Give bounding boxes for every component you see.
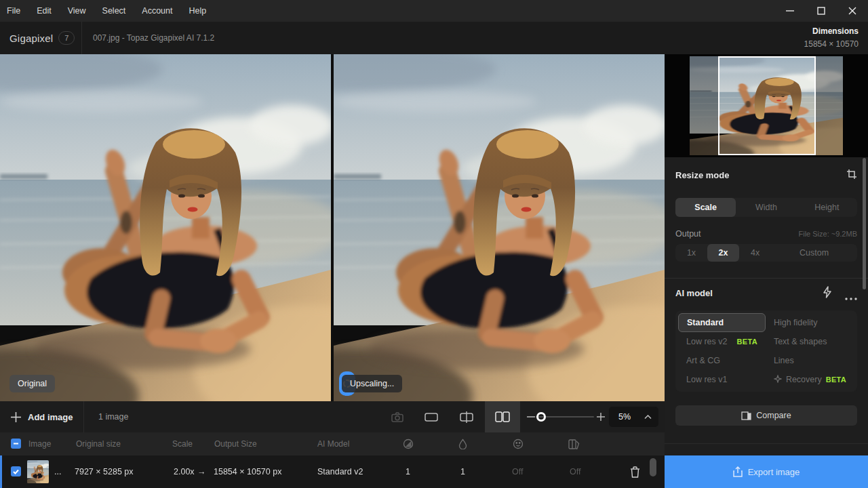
scale-options: 1x 2x 4x Custom	[675, 244, 857, 262]
queue-scrollbar[interactable]	[650, 458, 656, 476]
output-label: Output	[675, 229, 701, 239]
model-text-shapes[interactable]: Text & shapes	[766, 332, 854, 351]
indeterminate-icon	[13, 441, 19, 447]
model-low-res-v1[interactable]: Low res v1	[678, 370, 766, 389]
compare-button[interactable]: Compare	[675, 405, 857, 426]
model-lines[interactable]: Lines	[766, 351, 854, 370]
arrow-icon: →	[197, 455, 206, 488]
row-original-size: 7927 × 5285 px	[75, 455, 134, 488]
toolbar-divider	[83, 401, 84, 432]
document-title: 007.jpg - Topaz Gigapixel AI 7.1.2	[93, 22, 214, 54]
model-high-fidelity[interactable]: High fidelity	[766, 313, 854, 332]
queue-row[interactable]: ... 7927 × 5285 px 2.00x → 15854 × 10570…	[0, 455, 665, 488]
compare-icon	[741, 411, 751, 420]
maximize-icon	[816, 6, 826, 16]
tab-height[interactable]: Height	[797, 198, 857, 217]
zoom-slider-handle[interactable]	[536, 412, 546, 422]
zoom-level-value: 5%	[609, 412, 631, 422]
split-view-button[interactable]	[453, 401, 480, 432]
row-checkbox[interactable]	[11, 466, 21, 476]
single-view-button[interactable]	[418, 401, 445, 432]
menu-help[interactable]: Help	[181, 0, 215, 22]
scale-custom-button[interactable]: Custom	[771, 244, 857, 262]
row-scale: 2.00x	[174, 455, 195, 488]
col-image: Image	[28, 432, 51, 455]
menu-edit[interactable]: Edit	[28, 0, 60, 22]
navigator-dim-right	[816, 56, 843, 155]
denoise-icon	[403, 432, 414, 455]
settings-panel: Resize mode Scale Width Height Output Fi…	[665, 54, 868, 488]
navigator-viewport-rect[interactable]	[718, 56, 816, 155]
model-standard[interactable]: Standard	[678, 313, 766, 332]
minimize-icon	[785, 6, 795, 16]
dimensions-label: Dimensions	[804, 26, 859, 36]
minimize-button[interactable]	[774, 0, 806, 22]
upscaled-photo	[334, 54, 665, 401]
app-name: Gigapixel	[9, 33, 53, 44]
tab-scale[interactable]: Scale	[675, 198, 736, 217]
version-badge: 7	[58, 31, 75, 45]
gigapixel-window: File Edit View Select Account Help Gigap…	[0, 0, 868, 488]
crop-icon[interactable]	[846, 169, 857, 182]
original-chip: Original	[9, 375, 55, 393]
col-scale: Scale	[172, 432, 193, 455]
more-options-icon[interactable]	[845, 291, 857, 303]
side-by-side-icon	[495, 411, 510, 422]
export-icon	[733, 466, 743, 477]
dimensions-readout: Dimensions 15854 × 10570	[804, 26, 859, 49]
export-image-button[interactable]: Export image	[665, 455, 868, 488]
row-gamma-value[interactable]: Off	[570, 455, 580, 488]
menu-bar: File Edit View Select Account Help	[0, 0, 868, 22]
deblur-icon	[458, 432, 467, 455]
beta-badge: BETA	[737, 338, 757, 346]
side-by-side-view-button[interactable]	[485, 401, 520, 432]
scale-1x-button[interactable]: 1x	[675, 244, 707, 262]
title-bar: Gigapixel 7 007.jpg - Topaz Gigapixel AI…	[0, 22, 868, 54]
row-deblur-value[interactable]: 1	[460, 455, 465, 488]
add-image-button[interactable]: Add image	[11, 401, 73, 432]
panel-scrollbar[interactable]	[863, 158, 866, 289]
resize-mode-tabs: Scale Width Height	[675, 198, 857, 217]
model-low-res-v2[interactable]: Low res v2BETA	[678, 332, 766, 351]
resize-mode-header: Resize mode	[675, 170, 729, 180]
check-icon	[13, 469, 19, 474]
zoom-level-dropdown[interactable]: 5%	[609, 407, 658, 427]
panel-bottom-divider	[665, 443, 868, 444]
delete-row-button[interactable]	[625, 455, 644, 488]
model-recovery[interactable]: Recovery BETA	[766, 370, 854, 389]
plus-icon	[11, 412, 21, 422]
menu-account[interactable]: Account	[134, 0, 180, 22]
ai-model-grid: Standard High fidelity Low res v2BETA Te…	[675, 310, 857, 392]
menu-file[interactable]: File	[0, 0, 28, 22]
close-icon	[848, 6, 857, 16]
close-button[interactable]	[837, 0, 868, 22]
scale-2x-button[interactable]: 2x	[707, 244, 739, 262]
original-pane[interactable]: Original	[0, 54, 331, 401]
image-canvas[interactable]: Original Upscaling...	[0, 54, 665, 401]
row-denoise-value[interactable]: 1	[406, 455, 410, 488]
row-output-size: 15854 × 10570 px	[214, 455, 281, 488]
snapshot-camera-icon[interactable]	[384, 401, 411, 432]
col-output-size: Output Size	[214, 432, 257, 455]
section-divider	[665, 278, 868, 279]
scale-4x-button[interactable]: 4x	[739, 244, 771, 262]
navigator-preview[interactable]	[665, 54, 868, 157]
lightning-icon[interactable]	[822, 286, 833, 301]
image-count: 1 image	[98, 401, 128, 432]
row-face-recovery-value[interactable]: Off	[512, 455, 523, 488]
dimensions-value: 15854 × 10570	[804, 39, 859, 49]
upscaled-pane[interactable]: Upscaling...	[334, 54, 665, 401]
select-all-checkbox[interactable]	[11, 439, 21, 449]
navigator-dim-left	[690, 56, 718, 155]
maximize-button[interactable]	[806, 0, 837, 22]
tab-width[interactable]: Width	[736, 198, 796, 217]
menu-view[interactable]: View	[60, 0, 94, 22]
sparkle-icon	[774, 375, 782, 385]
row-filename: ...	[54, 455, 61, 488]
beta-badge: BETA	[826, 375, 846, 384]
header-divider	[81, 22, 82, 54]
menu-select[interactable]: Select	[94, 0, 134, 22]
upscaling-status: Upscaling...	[339, 371, 355, 396]
model-art-cg[interactable]: Art & CG	[678, 351, 766, 370]
trash-icon	[630, 466, 640, 478]
